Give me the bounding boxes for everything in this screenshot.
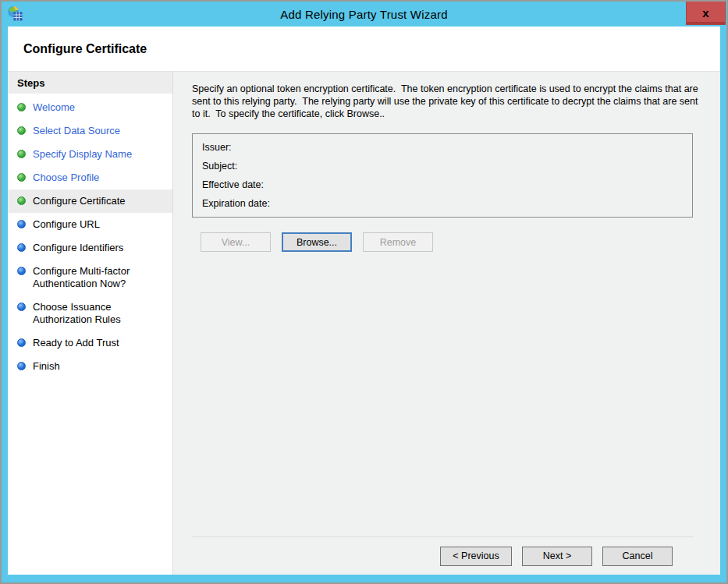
sidebar-step-pending: Ready to Add Trust <box>8 331 172 355</box>
close-icon: x <box>702 6 708 19</box>
cert-issuer-label: Issuer: <box>202 142 232 153</box>
cert-subject-row: Subject: <box>202 157 683 175</box>
browse-button[interactable]: Browse... <box>282 232 352 252</box>
next-button[interactable]: Next > <box>522 547 592 566</box>
dialog-body: Configure Certificate Steps Welcome Sele… <box>8 27 720 575</box>
steps-heading: Steps <box>8 72 172 94</box>
page-description: Specify an optional token encryption cer… <box>192 83 699 120</box>
step-label: Specify Display Name <box>33 148 132 161</box>
step-label: Welcome <box>33 101 75 114</box>
certificate-info-box: Issuer: Subject: Effective date: Expirat… <box>192 133 693 218</box>
remove-button: Remove <box>363 232 433 252</box>
sidebar-step-done[interactable]: Choose Profile <box>8 166 172 189</box>
step-status-icon <box>17 150 26 158</box>
step-label: Choose Issuance Authorization Rules <box>33 301 166 326</box>
sidebar-step-pending: Configure Multi-factor Authentication No… <box>8 260 172 296</box>
sidebar-step-current[interactable]: Configure Certificate <box>8 189 172 213</box>
step-status-icon <box>17 126 26 135</box>
cert-effective-date-label: Effective date: <box>202 179 264 190</box>
step-label: Ready to Add Trust <box>33 337 119 349</box>
page-title: Configure Certificate <box>23 42 147 56</box>
window-title: Add Relying Party Trust Wizard <box>2 8 726 21</box>
step-label: Configure Multi-factor Authentication No… <box>33 265 166 290</box>
steps-sidebar: Steps Welcome Select Data Source Specify… <box>8 72 173 575</box>
main-pane: Specify an optional token encryption cer… <box>173 72 720 575</box>
wizard-window: Add Relying Party Trust Wizard x Configu… <box>0 0 728 584</box>
certificate-actions: View... Browse... Remove <box>201 232 693 252</box>
sidebar-step-pending: Configure Identifiers <box>8 236 172 260</box>
wizard-footer: < Previous Next > Cancel <box>192 536 693 575</box>
step-status-icon <box>17 338 26 347</box>
previous-button[interactable]: < Previous <box>440 547 512 566</box>
step-status-icon <box>17 267 26 275</box>
adfs-wizard-icon <box>7 5 23 22</box>
step-status-icon <box>17 103 26 111</box>
cert-expiration-date-row: Expiration date: <box>202 194 683 213</box>
step-status-icon <box>17 303 26 311</box>
cert-subject-label: Subject: <box>202 161 237 172</box>
cert-effective-date-row: Effective date: <box>202 175 683 194</box>
step-label: Select Data Source <box>33 125 120 137</box>
content-row: Steps Welcome Select Data Source Specify… <box>8 71 720 575</box>
steps-list: Welcome Select Data Source Specify Displ… <box>8 96 172 378</box>
step-status-icon <box>17 362 26 370</box>
flex-spacer <box>192 252 693 536</box>
sidebar-step-pending: Finish <box>8 355 172 378</box>
step-label: Configure Certificate <box>33 195 126 207</box>
step-status-icon <box>17 243 26 252</box>
cert-issuer-row: Issuer: <box>202 138 683 157</box>
page-header: Configure Certificate <box>8 27 720 71</box>
titlebar[interactable]: Add Relying Party Trust Wizard x <box>2 2 726 27</box>
close-button[interactable]: x <box>686 2 726 25</box>
step-label: Choose Profile <box>33 172 99 184</box>
step-status-icon <box>17 173 26 182</box>
sidebar-step-done[interactable]: Specify Display Name <box>8 143 172 166</box>
step-status-icon <box>17 220 26 228</box>
step-label: Finish <box>33 360 60 373</box>
step-status-icon <box>17 196 26 205</box>
cert-expiration-date-label: Expiration date: <box>202 198 270 209</box>
step-label: Configure Identifiers <box>33 242 123 254</box>
step-label: Configure URL <box>33 218 100 231</box>
sidebar-step-pending: Configure URL <box>8 213 172 236</box>
cancel-button[interactable]: Cancel <box>602 547 673 566</box>
sidebar-step-pending: Choose Issuance Authorization Rules <box>8 296 172 331</box>
sidebar-step-done[interactable]: Welcome <box>8 96 172 119</box>
view-button: View... <box>201 232 271 252</box>
sidebar-step-done[interactable]: Select Data Source <box>8 119 172 143</box>
